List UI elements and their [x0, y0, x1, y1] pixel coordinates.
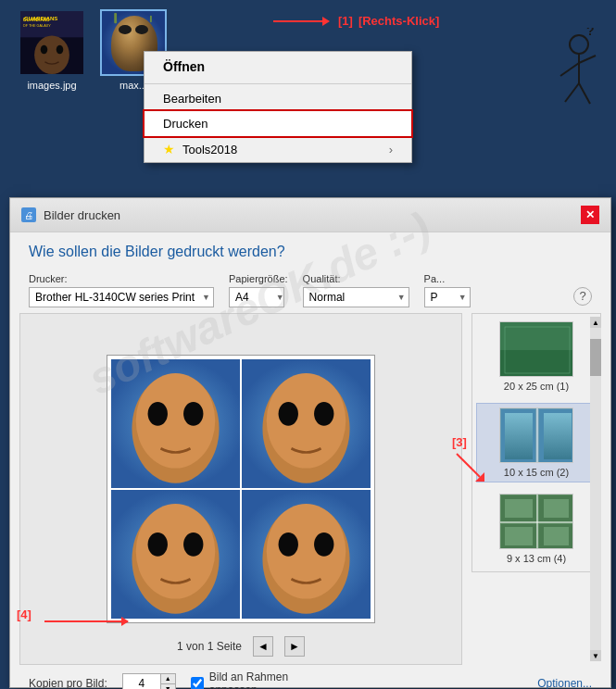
- paper-size-9x13[interactable]: 9 x 13 cm (4): [476, 490, 597, 568]
- svg-rect-59: [544, 499, 569, 518]
- printer-group: Drucker: Brother HL-3140CW series Printe…: [29, 273, 214, 307]
- help-button[interactable]: ?: [573, 287, 592, 306]
- copies-arrows: ▲ ▼: [160, 674, 175, 689]
- paper-size-20x25[interactable]: 20 x 25 cm (1): [476, 318, 597, 395]
- dialog-close-button[interactable]: ✕: [581, 206, 599, 224]
- context-menu-edit[interactable]: Bearbeiten: [145, 86, 411, 111]
- nav-prev-button[interactable]: ◄: [253, 636, 273, 657]
- svg-text:GUARDIANS: GUARDIANS: [23, 18, 50, 22]
- scroll-track: [590, 376, 601, 650]
- preview-cell-1: [111, 359, 240, 488]
- context-menu-print[interactable]: Drucken: [145, 111, 411, 136]
- quality-select-wrapper: Normal: [303, 287, 409, 307]
- svg-point-34: [183, 532, 203, 557]
- fit-checkbox-group: Bild an Rahmen anpassen: [191, 670, 288, 689]
- quality-group: Qualität: Normal: [303, 273, 409, 307]
- paper-sizes-panel: 20 x 25 cm (1): [471, 313, 601, 572]
- preview-cell-2: [242, 359, 371, 488]
- print-dialog: 🖨 Bilder drucken ✕ Wie sollen die Bilder…: [9, 197, 611, 688]
- dialog-toolbar: Drucker: Brother HL-3140CW series Printe…: [10, 268, 610, 313]
- svg-point-27: [279, 402, 298, 426]
- copies-label: Kopien pro Bild:: [29, 677, 107, 689]
- svg-point-11: [120, 32, 129, 43]
- svg-rect-42: [500, 322, 573, 350]
- svg-rect-50: [544, 413, 572, 459]
- dialog-title-icon: 🖨: [21, 207, 36, 222]
- scroll-down-arrow[interactable]: ▼: [590, 650, 601, 661]
- annotation-3-arrow: [452, 449, 489, 486]
- scroll-thumb[interactable]: [590, 339, 601, 376]
- svg-point-40: [314, 532, 333, 557]
- context-menu-print-label: Drucken: [163, 117, 207, 131]
- svg-rect-58: [505, 499, 533, 518]
- dialog-title-text: Bilder drucken: [44, 208, 573, 222]
- nav-controls: 1 von 1 Seite ◄ ►: [177, 636, 305, 657]
- scroll-up-arrow[interactable]: ▲: [590, 317, 601, 328]
- paper-size-thumb-20x25: [499, 321, 573, 377]
- dialog-question: Wie sollen die Bilder gedruckt werden?: [10, 232, 610, 268]
- svg-point-20: [136, 373, 216, 469]
- paper-label: Papiergröße:: [229, 273, 288, 284]
- svg-point-13: [123, 34, 127, 39]
- scrollbar[interactable]: ▲ ▼: [590, 317, 601, 661]
- svg-rect-43: [500, 350, 573, 377]
- annotation-3: [3]: [452, 435, 489, 486]
- paper-select[interactable]: A4: [229, 287, 284, 307]
- orientation-select[interactable]: P: [424, 287, 471, 307]
- paper-group: Papiergröße: A4: [229, 273, 288, 307]
- file-thumbnail-images: GUARDIANS OF THE GALAXY: [19, 9, 85, 76]
- copies-input[interactable]: [123, 674, 160, 689]
- svg-point-38: [267, 504, 346, 599]
- context-menu-tools[interactable]: ★ Tools2018 ›: [145, 136, 411, 162]
- context-menu-open[interactable]: Öffnen: [145, 52, 411, 81]
- svg-rect-16: [150, 16, 152, 23]
- guardians-thumb: GUARDIANS OF THE GALAXY: [20, 11, 83, 74]
- context-menu-edit-label: Bearbeiten: [163, 92, 221, 106]
- file-item-images[interactable]: GUARDIANS OF THE GALAXY images.jpg: [19, 9, 85, 91]
- context-menu-open-label: Öffnen: [163, 59, 205, 74]
- annotation-4: [4]: [17, 608, 31, 621]
- svg-point-14: [141, 34, 145, 39]
- quality-select[interactable]: Normal: [303, 287, 409, 307]
- paper-size-10x15[interactable]: 10 x 15 cm (2): [476, 403, 597, 482]
- quality-label: Qualität:: [303, 273, 409, 284]
- svg-point-5: [41, 45, 48, 54]
- svg-point-33: [148, 532, 168, 557]
- printer-select-wrapper: Brother HL-3140CW series Printer: [29, 287, 214, 307]
- dialog-body: 1 von 1 Seite ◄ ►: [10, 313, 610, 665]
- preview-cell-3: [111, 490, 240, 619]
- paper-size-label-20x25: 20 x 25 cm (1): [504, 381, 569, 392]
- preview-page: [107, 355, 375, 623]
- svg-point-32: [136, 504, 216, 599]
- nav-next-button[interactable]: ►: [284, 636, 305, 657]
- paper-size-label-10x15: 10 x 15 cm (2): [504, 467, 569, 478]
- orientation-group: Pa... P: [424, 273, 471, 307]
- options-link[interactable]: Optionen...: [537, 677, 592, 689]
- orientation-select-wrapper: P: [424, 287, 471, 307]
- copies-up-arrow[interactable]: ▲: [160, 674, 175, 684]
- paper-size-label-9x13: 9 x 13 cm (4): [507, 553, 566, 564]
- fit-checkbox[interactable]: [191, 677, 204, 689]
- copies-down-arrow[interactable]: ▼: [160, 684, 175, 690]
- file-label-images: images.jpg: [27, 80, 76, 91]
- paper-sizes-container: 20 x 25 cm (1): [471, 313, 601, 665]
- printer-label: Drucker:: [29, 273, 214, 284]
- svg-rect-49: [505, 413, 533, 459]
- svg-line-62: [457, 454, 480, 477]
- paper-size-thumb-10x15: [499, 407, 573, 463]
- context-menu-tools-label: Tools2018: [182, 143, 237, 157]
- annotation-1: [1] [Rechts-Klick]: [273, 14, 439, 28]
- svg-text:OF THE GALAXY: OF THE GALAXY: [23, 24, 51, 28]
- svg-point-21: [148, 402, 168, 426]
- svg-point-6: [57, 45, 64, 54]
- printer-select[interactable]: Brother HL-3140CW series Printer: [29, 287, 214, 307]
- dialog-titlebar: 🖨 Bilder drucken ✕: [10, 198, 610, 232]
- context-menu-separator-1: [145, 83, 411, 84]
- annotation-4-arrow: [44, 620, 128, 622]
- copies-field: ▲ ▼: [122, 673, 176, 689]
- context-menu: Öffnen Bearbeiten Drucken ★ Tools2018 ›: [144, 51, 412, 163]
- dialog-footer: Kopien pro Bild: ▲ ▼ Bild an Rahmen anpa…: [10, 665, 610, 689]
- preview-cell-4: [242, 490, 371, 619]
- svg-point-28: [314, 402, 333, 426]
- orientation-label: Pa...: [424, 273, 471, 284]
